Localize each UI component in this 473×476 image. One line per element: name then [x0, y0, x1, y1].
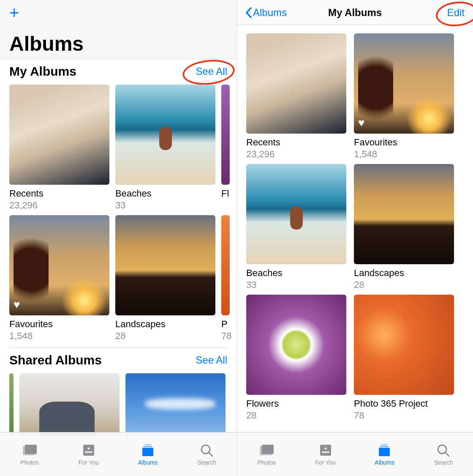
album-name: Landscapes: [115, 319, 215, 330]
tab-label: Search: [198, 459, 216, 466]
album-favourites[interactable]: ♥ Favourites 1,548: [354, 33, 454, 160]
album-flowers[interactable]: Flowers 28: [246, 295, 346, 421]
tab-bar: Photos For You Albums Search: [0, 432, 236, 476]
album-landscapes[interactable]: Landscapes 28: [354, 164, 454, 290]
album-thumb: [221, 215, 230, 315]
svg-line-17: [446, 453, 449, 456]
albums-icon: [140, 443, 156, 457]
tab-albums[interactable]: Albums: [118, 432, 177, 476]
album-thumb: ♥: [9, 215, 109, 315]
album-favourites[interactable]: ♥ Favourites 1,548: [9, 215, 109, 342]
page-title: Albums: [0, 25, 236, 59]
album-name: Recents: [246, 137, 346, 148]
tab-label: Photos: [20, 459, 39, 466]
album-count: 28: [246, 410, 346, 421]
svg-rect-13: [381, 444, 387, 445]
album-recents[interactable]: Recents 23,296: [9, 85, 109, 211]
my-albums-row-2[interactable]: ♥ Favourites 1,548 Landscapes 28 P 78: [0, 211, 236, 342]
album-name: Landscapes: [354, 268, 454, 279]
album-name: P: [221, 319, 230, 330]
svg-rect-12: [322, 451, 329, 453]
album-thumb: [9, 85, 109, 185]
tab-label: Photos: [257, 459, 276, 466]
album-peek[interactable]: Fl: [221, 85, 230, 211]
tab-label: Albums: [138, 459, 158, 466]
svg-rect-14: [380, 446, 389, 447]
shared-album-1[interactable]: [19, 373, 120, 436]
tab-foryou[interactable]: For You: [296, 432, 355, 476]
foryou-icon: [318, 443, 334, 457]
album-name: Recents: [9, 188, 109, 199]
foryou-icon: [81, 443, 97, 457]
heart-icon: ♥: [358, 116, 364, 129]
svg-rect-2: [83, 445, 94, 456]
album-peek[interactable]: P 78: [221, 215, 230, 342]
shared-albums-row[interactable]: [0, 369, 236, 436]
tab-photos[interactable]: Photos: [0, 432, 59, 476]
album-count: 78: [354, 410, 454, 421]
back-button[interactable]: Albums: [245, 7, 287, 19]
shared-album-peek-left[interactable]: [9, 373, 14, 436]
album-name: Photo 365 Project: [354, 398, 454, 409]
shared-see-all[interactable]: See All: [196, 354, 227, 366]
svg-rect-3: [85, 451, 92, 453]
heart-icon: ♥: [14, 298, 20, 311]
album-count: 23,296: [9, 200, 109, 211]
album-thumb: [115, 215, 215, 315]
album-landscapes[interactable]: Landscapes 28: [115, 215, 215, 342]
album-count: 1,548: [354, 149, 454, 160]
album-name: Favourites: [354, 137, 454, 148]
album-thumb: [246, 295, 346, 395]
content-area: Recents 23,296 ♥ Favourites 1,548 Beache…: [237, 25, 473, 476]
album-recents[interactable]: Recents 23,296: [246, 33, 346, 160]
my-albums-title: My Albums: [9, 64, 76, 79]
album-count: 28: [115, 331, 215, 342]
album-name: Fl: [221, 188, 230, 199]
album-beaches[interactable]: Beaches 33: [115, 85, 215, 211]
album-count: 78: [221, 331, 230, 342]
my-albums-row-1[interactable]: Recents 23,296 Beaches 33 Fl: [0, 80, 236, 211]
shared-albums-header: Shared Albums See All: [0, 348, 236, 369]
search-icon: [435, 443, 451, 457]
tab-bar: Photos For You Albums Search: [237, 432, 473, 476]
tab-label: For You: [79, 459, 99, 466]
album-thumb: [19, 373, 120, 436]
tab-albums[interactable]: Albums: [355, 432, 414, 476]
album-name: Flowers: [246, 398, 346, 409]
albums-grid[interactable]: Recents 23,296 ♥ Favourites 1,548 Beache…: [237, 25, 473, 421]
top-bar: +: [0, 0, 236, 25]
album-thumb: [354, 164, 454, 264]
tab-foryou[interactable]: For You: [59, 432, 118, 476]
svg-line-8: [209, 453, 212, 456]
album-count: 33: [115, 200, 215, 211]
screen-my-albums-detail: Albums My Albums Edit Recents 23,296 ♥ F…: [236, 0, 473, 476]
search-icon: [199, 443, 215, 457]
album-thumb: ♥: [354, 33, 454, 134]
edit-button[interactable]: Edit: [447, 7, 465, 19]
svg-rect-15: [379, 448, 390, 456]
svg-rect-4: [145, 444, 151, 445]
add-album-button[interactable]: +: [9, 4, 227, 21]
svg-rect-5: [144, 446, 152, 447]
my-albums-header: My Albums See All: [0, 59, 236, 80]
tab-photos[interactable]: Photos: [237, 432, 296, 476]
svg-rect-6: [142, 448, 153, 456]
album-beaches[interactable]: Beaches 33: [246, 164, 346, 290]
shared-album-2[interactable]: [125, 373, 226, 436]
album-count: 28: [354, 279, 454, 290]
back-label: Albums: [253, 7, 287, 19]
my-albums-see-all[interactable]: See All: [196, 66, 227, 77]
album-photo365[interactable]: Photo 365 Project 78: [354, 295, 454, 421]
album-count: 1,548: [9, 331, 109, 342]
album-thumb: [221, 85, 230, 185]
nav-bar: Albums My Albums Edit: [237, 0, 473, 25]
plus-icon: +: [9, 3, 19, 22]
tab-label: For You: [315, 459, 335, 466]
tab-search[interactable]: Search: [414, 432, 473, 476]
tab-search[interactable]: Search: [177, 432, 236, 476]
album-name: Beaches: [246, 268, 346, 279]
nav-title: My Albums: [328, 7, 382, 19]
tab-label: Search: [434, 459, 453, 466]
album-thumb: [246, 33, 346, 134]
photos-icon: [22, 443, 38, 457]
